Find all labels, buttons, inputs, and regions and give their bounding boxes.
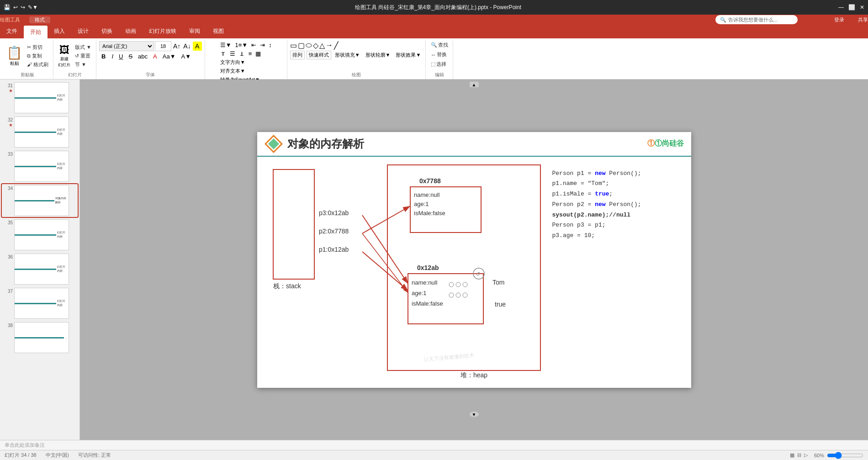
- format-brush-btn[interactable]: 🖌 格式刷: [25, 61, 50, 69]
- find-btn[interactable]: 🔍查找: [429, 41, 450, 49]
- notes-placeholder[interactable]: 单击此处添加备注: [5, 442, 45, 449]
- restore-icon[interactable]: ⬜: [848, 4, 855, 11]
- shape-diamond[interactable]: ◇: [313, 41, 318, 50]
- window-controls[interactable]: — ⬜ ✕: [838, 4, 864, 11]
- slide-img-34: 对象内存解析: [14, 185, 69, 216]
- diagram-area[interactable]: p3:0x12ab p2:0x7788 p1:0x12ab 栈：stack 堆：…: [261, 160, 550, 384]
- font-shrink-btn[interactable]: A↓: [182, 42, 191, 50]
- slide-thumb-32[interactable]: 32 ★ 幻灯片内容: [2, 116, 78, 148]
- view-slide-show-btn[interactable]: ▷: [804, 452, 808, 458]
- slide[interactable]: 对象的内存解析 ①①尚硅谷: [257, 132, 691, 388]
- tab-animations[interactable]: 动画: [119, 24, 143, 38]
- clipboard-items: 📋 粘贴 ✂ 剪切 ⧉ 复制 🖌 格式刷: [5, 41, 50, 71]
- title-bar-left-icons[interactable]: 💾 ↩ ↪ ✎▼: [4, 4, 38, 11]
- text-direction-btn[interactable]: 文字方向▼: [219, 58, 247, 66]
- close-icon[interactable]: ✕: [860, 4, 864, 11]
- tab-insert[interactable]: 插入: [48, 24, 71, 38]
- svg-text:p3:0x12ab: p3:0x12ab: [319, 209, 349, 217]
- shape-arrow[interactable]: →: [326, 41, 333, 50]
- scroll-up-btn[interactable]: ▲: [470, 82, 479, 87]
- italic-btn[interactable]: I: [110, 53, 115, 60]
- shape-rounded[interactable]: ▢: [298, 41, 305, 50]
- font-grow-btn[interactable]: A↑: [172, 42, 181, 50]
- font-color-btn[interactable]: A: [151, 53, 159, 60]
- customize-icon[interactable]: ✎▼: [28, 4, 38, 11]
- scroll-down-btn[interactable]: ▼: [470, 412, 479, 417]
- columns-btn[interactable]: ▦: [254, 50, 262, 58]
- tab-transitions[interactable]: 切换: [95, 24, 119, 38]
- strikethrough-btn[interactable]: S: [127, 53, 134, 60]
- align-text-btn[interactable]: 对齐文本▼: [219, 67, 247, 75]
- tab-review[interactable]: 审阅: [183, 24, 206, 38]
- svg-text:age:1: age:1: [412, 290, 427, 296]
- tab-design[interactable]: 设计: [71, 24, 95, 38]
- slide-thumb-35[interactable]: 35 幻灯片内容: [2, 218, 78, 251]
- bullets-btn[interactable]: ☰▼: [219, 41, 233, 49]
- font-size-clear-btn[interactable]: A▼: [180, 53, 193, 60]
- decrease-indent-btn[interactable]: ⇤: [250, 41, 258, 49]
- view-outline-btn[interactable]: ⊟: [797, 452, 801, 458]
- shape-line[interactable]: ╱: [334, 41, 339, 50]
- char-spacing-btn[interactable]: Aa▼: [161, 53, 178, 60]
- shape-outline-btn[interactable]: 形状轮廓▼: [364, 51, 392, 59]
- slide-thumb-34[interactable]: 34 对象内存解析: [2, 184, 78, 217]
- code-line-4: Person p2 = new Person();: [552, 200, 686, 210]
- slide-thumb-36[interactable]: 36 幻灯片内容: [2, 253, 78, 286]
- align-left-btn[interactable]: ⫪: [219, 50, 228, 58]
- ribbon-content: 📋 粘贴 ✂ 剪切 ⧉ 复制 🖌 格式刷 剪贴板 🖼 新建幻灯片 版式 ▼ ↺ …: [0, 38, 868, 79]
- font-color-picker[interactable]: A: [193, 42, 202, 51]
- align-center-btn[interactable]: ☰: [228, 50, 237, 58]
- reset-btn[interactable]: ↺ 重置: [73, 52, 93, 60]
- cut-btn[interactable]: ✂ 剪切: [25, 43, 50, 51]
- search-bar[interactable]: 🔍 告诉我您想要做什么...: [715, 15, 798, 24]
- section-btn[interactable]: 节 ▼: [73, 61, 93, 69]
- login-btn[interactable]: 登录: [834, 16, 844, 23]
- arrange-btn[interactable]: 排列: [290, 51, 305, 59]
- copy-btn[interactable]: ⧉ 复制: [25, 52, 50, 60]
- slide-thumb-37[interactable]: 37 幻灯片内容: [2, 287, 78, 320]
- format-tab[interactable]: 格式: [29, 16, 50, 23]
- shadow-btn[interactable]: abc: [136, 53, 149, 60]
- shape-effect-btn[interactable]: 形状效果▼: [394, 51, 423, 59]
- shape-fill-btn[interactable]: 形状填充▼: [333, 51, 362, 59]
- draw-tools-bar: 绘图工具 格式 🔍 告诉我您想要做什么... 登录 共享: [0, 15, 868, 25]
- increase-indent-btn[interactable]: ⇥: [259, 41, 266, 49]
- share-btn[interactable]: 共享: [858, 16, 868, 23]
- view-normal-btn[interactable]: ▦: [790, 452, 794, 458]
- quick-styles-btn[interactable]: 快速样式: [307, 51, 331, 59]
- shape-circle[interactable]: ⬭: [306, 41, 312, 50]
- tab-home[interactable]: 开始: [24, 26, 48, 38]
- notes-area[interactable]: 单击此处添加备注: [0, 440, 868, 450]
- slide-thumb-38[interactable]: 38 ---: [2, 321, 78, 354]
- shape-rect[interactable]: ▭: [290, 41, 297, 50]
- save-icon[interactable]: 💾: [4, 4, 11, 11]
- underline-btn[interactable]: U: [117, 53, 125, 60]
- replace-btn[interactable]: ↔替换: [429, 51, 450, 58]
- undo-icon[interactable]: ↩: [13, 4, 18, 11]
- slide-img-31: 幻灯片内容: [14, 82, 69, 113]
- slide-img-33: 幻灯片内容: [14, 151, 69, 182]
- tab-view[interactable]: 视图: [206, 24, 230, 38]
- paste-btn[interactable]: 📋 粘贴: [5, 44, 24, 68]
- bold-btn[interactable]: B: [99, 52, 108, 61]
- zoom-slider[interactable]: [827, 452, 863, 459]
- align-right-btn[interactable]: ⫫: [238, 50, 246, 58]
- redo-icon[interactable]: ↪: [21, 4, 25, 11]
- justify-btn[interactable]: ≡: [247, 50, 254, 58]
- layout-btn[interactable]: 版式 ▼: [73, 43, 93, 51]
- font-name-select[interactable]: Arial (正文): [99, 41, 154, 51]
- svg-point-31: [456, 293, 460, 297]
- select-btn[interactable]: ⬚选择: [429, 60, 450, 68]
- slide-header: 对象的内存解析 ①①尚硅谷: [257, 132, 691, 157]
- minimize-icon[interactable]: —: [838, 4, 844, 11]
- numbering-btn[interactable]: 1≡▼: [234, 41, 249, 49]
- shape-triangle[interactable]: △: [319, 41, 325, 50]
- tab-file[interactable]: 文件: [0, 24, 24, 38]
- line-spacing-btn[interactable]: ↕: [267, 41, 273, 49]
- slide-img-35: 幻灯片内容: [14, 219, 69, 250]
- new-slide-btn[interactable]: 🖼 新建幻灯片: [56, 43, 72, 69]
- font-size-input[interactable]: [155, 41, 171, 51]
- slide-thumb-33[interactable]: 33 幻灯片内容: [2, 150, 78, 183]
- slide-thumb-31[interactable]: 31 ★ 幻灯片内容: [2, 81, 78, 114]
- tab-slideshow[interactable]: 幻灯片放映: [143, 24, 183, 38]
